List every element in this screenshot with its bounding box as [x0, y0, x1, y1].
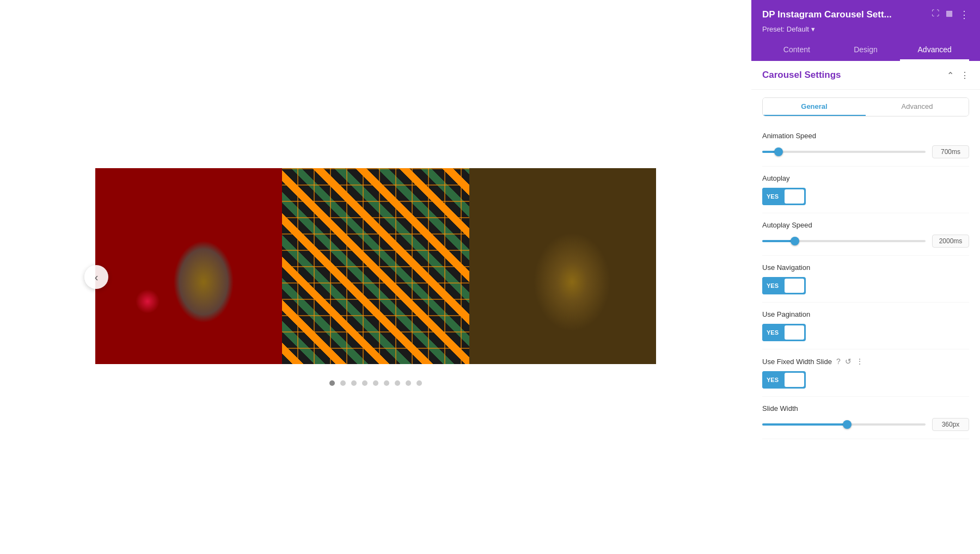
use-fixed-width-label: Use Fixed Width Slide [762, 358, 832, 366]
use-fixed-width-toggle-label: YES [762, 371, 783, 389]
more-icon[interactable]: ⋮ [856, 357, 863, 366]
autoplay-speed-setting: Autoplay Speed 2000ms [762, 213, 969, 256]
reset-icon[interactable]: ↺ [845, 357, 852, 366]
autoplay-speed-thumb[interactable] [791, 237, 799, 245]
layout-icon[interactable]: ▦ [946, 9, 953, 21]
use-navigation-setting: Use Navigation YES [762, 256, 969, 303]
use-navigation-label: Use Navigation [762, 263, 969, 272]
dot-2[interactable] [340, 380, 346, 386]
use-fixed-width-toggle[interactable]: YES [762, 371, 806, 389]
settings-content: Animation Speed 700ms Autoplay YES [751, 124, 980, 439]
dot-5[interactable] [373, 380, 378, 386]
section-title: Carousel Settings [762, 70, 841, 81]
dot-1[interactable] [329, 380, 335, 386]
settings-panel: DP Instagram Carousel Sett... ⛶ ▦ ⋮ Pres… [751, 0, 980, 554]
sub-tab-general[interactable]: General [763, 98, 866, 116]
panel-title: DP Instagram Carousel Sett... [762, 9, 892, 20]
carousel-container: ‹ [95, 168, 656, 386]
section-header-icons: ⌃ ⋮ [947, 70, 969, 81]
carousel-slide-1 [95, 168, 282, 364]
dot-6[interactable] [384, 380, 389, 386]
fullscreen-icon[interactable]: ⛶ [932, 9, 939, 21]
autoplay-toggle[interactable]: YES [762, 188, 806, 205]
section-more-icon[interactable]: ⋮ [960, 70, 969, 81]
section-header: Carousel Settings ⌃ ⋮ [751, 61, 980, 90]
carousel-slide-2 [282, 168, 469, 364]
use-pagination-toggle-switch[interactable] [785, 325, 804, 340]
carousel-slide-3 [469, 168, 656, 364]
animation-speed-label: Animation Speed [762, 132, 969, 140]
chevron-left-icon: ‹ [95, 271, 99, 284]
autoplay-label: Autoplay [762, 174, 969, 182]
use-pagination-toggle-label: YES [762, 324, 783, 341]
animation-speed-track[interactable] [762, 151, 926, 153]
sub-tab-advanced[interactable]: Advanced [866, 98, 969, 116]
autoplay-speed-value[interactable]: 2000ms [932, 235, 969, 248]
dot-8[interactable] [406, 380, 411, 386]
use-fixed-width-toggle-switch[interactable] [785, 373, 804, 387]
use-navigation-toggle-switch[interactable] [785, 279, 804, 293]
autoplay-speed-fill [762, 240, 795, 242]
animation-speed-setting: Animation Speed 700ms [762, 124, 969, 167]
dot-9[interactable] [416, 380, 422, 386]
autoplay-toggle-label: YES [762, 188, 783, 205]
slide-3-image [469, 168, 656, 364]
carousel-images [95, 168, 656, 364]
carousel-prev-button[interactable]: ‹ [84, 265, 108, 289]
autoplay-speed-track[interactable] [762, 240, 926, 242]
tab-content[interactable]: Content [762, 40, 831, 61]
panel-preset[interactable]: Preset: Default ▾ [762, 25, 969, 33]
preview-area: ‹ [0, 0, 751, 554]
collapse-icon[interactable]: ⌃ [947, 70, 954, 81]
use-fixed-width-setting: Use Fixed Width Slide ? ↺ ⋮ YES [762, 349, 969, 397]
dot-7[interactable] [395, 380, 400, 386]
tab-advanced[interactable]: Advanced [900, 40, 969, 61]
dot-4[interactable] [362, 380, 367, 386]
use-navigation-toggle-label: YES [762, 277, 783, 294]
autoplay-toggle-switch[interactable] [785, 189, 804, 204]
panel-title-row: DP Instagram Carousel Sett... ⛶ ▦ ⋮ [762, 9, 969, 21]
sub-tabs: General Advanced [762, 97, 969, 116]
panel-title-icons: ⛶ ▦ ⋮ [932, 9, 969, 21]
slide-1-image [95, 168, 282, 364]
use-pagination-toggle[interactable]: YES [762, 324, 806, 341]
carousel-dots [95, 380, 656, 386]
slide-2-image [282, 168, 469, 364]
slide-width-label: Slide Width [762, 404, 969, 413]
slide-width-setting: Slide Width 360px [762, 397, 969, 439]
slide-width-fill [762, 423, 847, 426]
use-fixed-width-label-row: Use Fixed Width Slide ? ↺ ⋮ [762, 357, 969, 366]
more-options-icon[interactable]: ⋮ [959, 9, 969, 21]
slide-width-value[interactable]: 360px [932, 418, 969, 431]
autoplay-speed-label: Autoplay Speed [762, 221, 969, 229]
animation-speed-thumb[interactable] [774, 147, 783, 156]
dot-3[interactable] [351, 380, 357, 386]
animation-speed-value[interactable]: 700ms [932, 145, 969, 158]
slide-width-track[interactable] [762, 423, 926, 426]
autoplay-speed-slider-row: 2000ms [762, 235, 969, 248]
panel-header: DP Instagram Carousel Sett... ⛶ ▦ ⋮ Pres… [751, 0, 980, 61]
panel-tabs: Content Design Advanced [762, 40, 969, 61]
autoplay-setting: Autoplay YES [762, 167, 969, 213]
tab-design[interactable]: Design [831, 40, 901, 61]
slide-width-thumb[interactable] [843, 420, 852, 429]
animation-speed-slider-row: 700ms [762, 145, 969, 158]
use-pagination-label: Use Pagination [762, 310, 969, 318]
slide-width-slider-row: 360px [762, 418, 969, 431]
panel-body: Carousel Settings ⌃ ⋮ General Advanced A… [751, 61, 980, 554]
help-icon[interactable]: ? [836, 357, 841, 366]
use-navigation-toggle[interactable]: YES [762, 277, 806, 294]
use-pagination-setting: Use Pagination YES [762, 303, 969, 349]
